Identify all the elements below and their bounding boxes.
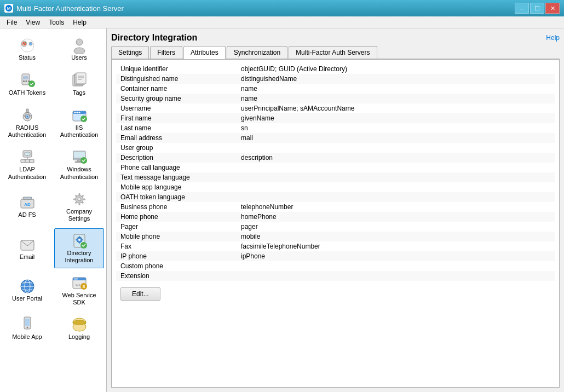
attribute-field: Business phone xyxy=(116,202,237,212)
minimize-button[interactable]: – xyxy=(515,3,529,14)
attribute-value: description xyxy=(237,153,555,163)
tab-attributes[interactable]: Attributes xyxy=(183,46,226,59)
sidebar-email-label: Email xyxy=(20,253,35,261)
attribute-field: Description xyxy=(116,153,237,163)
sidebar-item-ldap-auth[interactable]: LDAP Authentication xyxy=(2,145,52,184)
sidebar-adfs-label: AD FS xyxy=(18,211,36,218)
sidebar-mobile-label: Mobile App xyxy=(12,333,42,341)
sidebar-item-oath-tokens[interactable]: OATH Tokens xyxy=(2,68,52,101)
svg-text:AD: AD xyxy=(24,202,31,207)
attribute-value: name xyxy=(237,94,555,103)
attribute-field: Mobile app language xyxy=(116,182,237,192)
svg-point-73 xyxy=(76,278,77,279)
sidebar-item-directory-integration[interactable]: Directory Integration xyxy=(54,228,104,268)
attribute-value: telephoneNumber xyxy=(237,202,555,212)
attribute-value xyxy=(237,182,555,192)
attributes-table: Unique identifierobjectGUID; GUID (Activ… xyxy=(116,64,555,281)
attribute-value: userPrincipalName; sAMAccountName xyxy=(237,103,555,113)
tab-settings[interactable]: Settings xyxy=(111,46,149,59)
menu-item-view[interactable]: View xyxy=(21,18,44,27)
attribute-field: OATH token language xyxy=(116,192,237,202)
menu-item-help[interactable]: Help xyxy=(68,18,91,27)
title-bar: M Multi-Factor Authentication Server – ☐… xyxy=(0,0,564,16)
svg-point-61 xyxy=(78,239,80,241)
svg-point-79 xyxy=(26,327,28,328)
svg-rect-51 xyxy=(78,203,80,205)
sidebar-item-iis-auth[interactable]: IIS Authentication xyxy=(54,103,104,142)
attribute-value: distinguishedName xyxy=(237,74,555,84)
sidebar-item-users[interactable]: Users xyxy=(54,33,104,66)
sidebar-item-company-settings[interactable]: Company Settings xyxy=(54,187,104,226)
attribute-value: objectGUID; GUID (Active Directory) xyxy=(237,64,555,74)
svg-rect-39 xyxy=(30,159,34,163)
table-row: Container namename xyxy=(116,84,555,94)
svg-point-10 xyxy=(74,48,85,54)
close-button[interactable]: ✕ xyxy=(545,3,560,14)
table-row: Home phonehomePhone xyxy=(116,212,555,222)
svg-point-49 xyxy=(78,198,81,201)
svg-text:</>: </> xyxy=(75,283,80,287)
table-row: Descriptiondescription xyxy=(116,153,555,163)
table-row: OATH token language xyxy=(116,192,555,202)
sidebar-item-windows-auth[interactable]: Windows Authentication xyxy=(54,145,104,184)
sidebar-tags-label: Tags xyxy=(73,89,85,96)
main-content: Directory Integration Help Settings Filt… xyxy=(107,28,564,392)
sidebar-item-mobile-app[interactable]: Mobile App xyxy=(2,312,52,345)
sidebar-item-radius-auth[interactable]: RADIUS Authentication xyxy=(2,103,52,142)
sidebar-item-web-service-sdk[interactable]: </> S Web Service SDK xyxy=(54,270,104,310)
svg-point-7 xyxy=(30,43,31,44)
sidebar-item-email[interactable]: Email xyxy=(2,228,52,268)
edit-button[interactable]: Edit... xyxy=(120,287,160,301)
attribute-value: homePhone xyxy=(237,212,555,222)
attribute-field: Mobile phone xyxy=(116,232,237,241)
sidebar-item-adfs[interactable]: AD AD FS xyxy=(2,187,52,226)
svg-rect-50 xyxy=(78,193,80,195)
svg-rect-78 xyxy=(25,319,30,326)
sidebar-item-user-portal[interactable]: User Portal xyxy=(2,270,52,310)
svg-rect-38 xyxy=(25,159,30,163)
attribute-value xyxy=(237,261,555,271)
table-row: Phone call language xyxy=(116,163,555,172)
attribute-field: Extension xyxy=(116,271,237,281)
attribute-value: givenName xyxy=(237,113,555,123)
menu-item-file[interactable]: File xyxy=(2,18,21,27)
table-row: IP phoneipPhone xyxy=(116,251,555,261)
svg-point-29 xyxy=(74,112,76,113)
table-row: Unique identifierobjectGUID; GUID (Activ… xyxy=(116,64,555,74)
tab-multifactor-auth-servers[interactable]: Multi-Factor Auth Servers xyxy=(289,46,377,59)
svg-point-30 xyxy=(76,112,78,113)
tab-filters[interactable]: Filters xyxy=(150,46,182,59)
attribute-field: User group xyxy=(116,143,237,153)
attribute-value: mail xyxy=(237,133,555,143)
attribute-field: First name xyxy=(116,113,237,123)
sidebar-iis-label: IIS Authentication xyxy=(57,124,101,139)
maximize-button[interactable]: ☐ xyxy=(530,3,544,14)
sidebar-item-tags[interactable]: Tags xyxy=(54,68,104,101)
svg-point-25 xyxy=(26,116,28,118)
table-row: Mobile phonemobile xyxy=(116,232,555,241)
table-row: UsernameuserPrincipalName; sAMAccountNam… xyxy=(116,103,555,113)
attribute-field: Email address xyxy=(116,133,237,143)
table-row: Distinguished namedistinguishedName xyxy=(116,74,555,84)
table-row: Security group namename xyxy=(116,94,555,103)
sidebar-company-label: Company Settings xyxy=(57,208,101,222)
sidebar-windows-label: Windows Authentication xyxy=(57,166,101,180)
attribute-field: Fax xyxy=(116,241,237,251)
sidebar-directory-label: Directory Integration xyxy=(57,250,101,264)
svg-point-9 xyxy=(76,39,83,45)
page-title: Directory Integration xyxy=(111,33,197,43)
svg-rect-14 xyxy=(25,80,27,82)
attribute-field: IP phone xyxy=(116,251,237,261)
svg-point-72 xyxy=(74,278,75,279)
attribute-value: mobile xyxy=(237,232,555,241)
svg-rect-13 xyxy=(23,80,25,82)
attribute-field: Container name xyxy=(116,84,237,94)
menu-item-tools[interactable]: Tools xyxy=(44,18,68,27)
help-link[interactable]: Help xyxy=(546,34,560,42)
sidebar-item-status[interactable]: Status xyxy=(2,33,52,66)
table-row: User group xyxy=(116,143,555,153)
sidebar-item-logging[interactable]: Logging xyxy=(54,312,104,345)
tab-synchronization[interactable]: Synchronization xyxy=(227,46,287,59)
attribute-field: Username xyxy=(116,103,237,113)
table-row: Last namesn xyxy=(116,123,555,133)
